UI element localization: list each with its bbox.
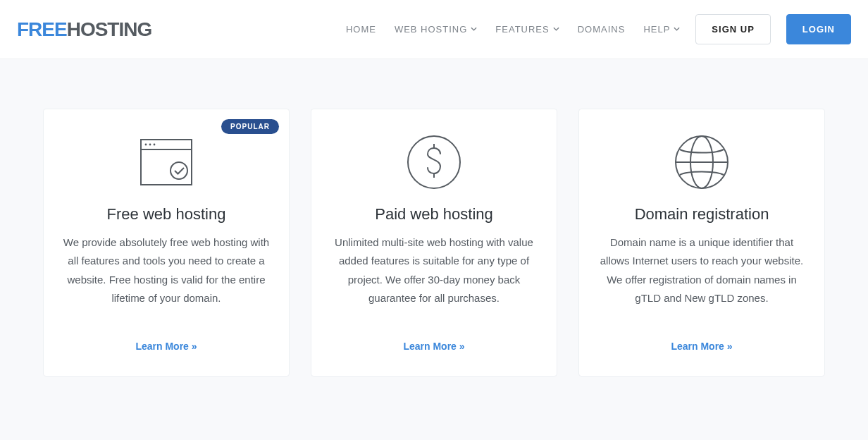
chevron-down-icon	[553, 27, 559, 31]
card-description: Domain name is a unique identifier that …	[597, 233, 806, 324]
svg-point-4	[154, 144, 156, 146]
logo-part-free: FREE	[17, 18, 67, 40]
card-description: Unlimited multi-site web hosting with va…	[330, 233, 538, 324]
dollar-circle-icon	[406, 130, 462, 194]
card-title: Paid web hosting	[375, 205, 493, 224]
login-button[interactable]: LOGIN	[786, 14, 851, 44]
logo-part-hosting: HOSTING	[67, 18, 152, 40]
card-title: Domain registration	[635, 205, 769, 224]
learn-more-link[interactable]: Learn More »	[135, 341, 197, 352]
nav-domains[interactable]: DOMAINS	[578, 24, 626, 35]
nav-web-hosting-label: WEB HOSTING	[395, 24, 467, 35]
learn-more-link[interactable]: Learn More »	[671, 341, 732, 352]
nav-wrap: HOME WEB HOSTING FEATURES DOMAINS HELP	[346, 14, 851, 44]
card-paid-hosting: Paid web hosting Unlimited multi-site we…	[311, 109, 557, 377]
logo[interactable]: FREEHOSTING	[17, 18, 151, 41]
card-domain-registration: Domain registration Domain name is a uni…	[578, 109, 825, 377]
main-content: POPULAR Free web hosting We provide abso…	[0, 59, 868, 377]
learn-more-link[interactable]: Learn More »	[403, 341, 464, 352]
nav-features[interactable]: FEATURES	[495, 24, 559, 35]
nav-web-hosting[interactable]: WEB HOSTING	[395, 24, 477, 35]
nav-home-label: HOME	[346, 24, 376, 35]
popular-badge: POPULAR	[221, 119, 279, 134]
svg-point-5	[170, 162, 187, 179]
main-nav: HOME WEB HOSTING FEATURES DOMAINS HELP	[346, 24, 680, 35]
card-title: Free web hosting	[107, 205, 226, 224]
browser-check-icon	[138, 130, 194, 194]
nav-domains-label: DOMAINS	[578, 24, 626, 35]
globe-icon	[674, 130, 730, 194]
signup-button[interactable]: SIGN UP	[695, 14, 770, 44]
nav-help-label: HELP	[643, 24, 670, 35]
nav-features-label: FEATURES	[495, 24, 549, 35]
site-header: FREEHOSTING HOME WEB HOSTING FEATURES DO…	[0, 0, 868, 59]
svg-point-2	[145, 144, 147, 146]
nav-help[interactable]: HELP	[643, 24, 680, 35]
svg-point-3	[149, 144, 151, 146]
chevron-down-icon	[674, 27, 680, 31]
nav-home[interactable]: HOME	[346, 24, 376, 35]
chevron-down-icon	[471, 27, 477, 31]
card-free-hosting: POPULAR Free web hosting We provide abso…	[43, 109, 290, 377]
card-description: We provide absolutely free web hosting w…	[62, 233, 271, 324]
